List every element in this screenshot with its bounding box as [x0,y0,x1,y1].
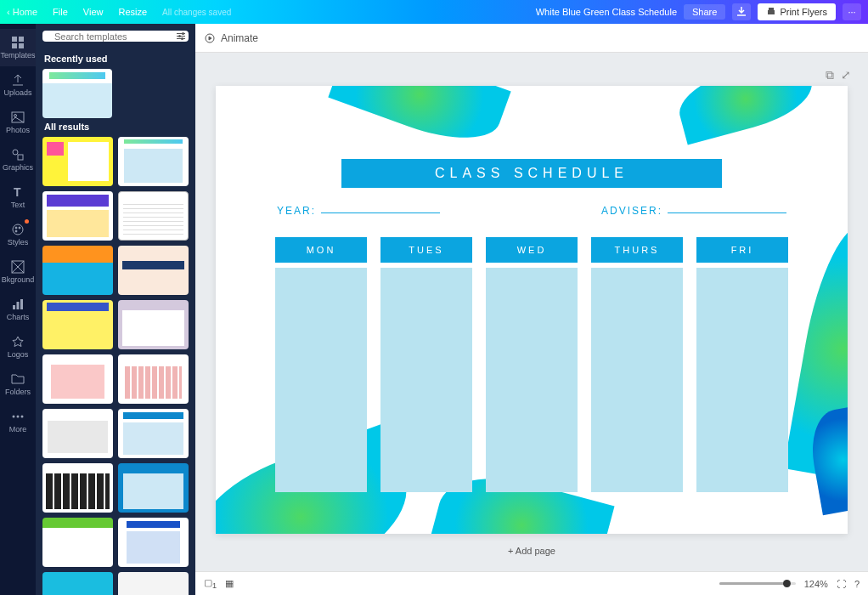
svg-point-21 [21,416,24,418]
svg-point-8 [13,150,18,155]
rail-charts[interactable]: Charts [0,291,36,328]
design-canvas[interactable]: CLASS SCHEDULE YEAR: ADVISER: MON TUES W… [216,86,848,534]
day-body[interactable] [486,268,578,492]
help-icon[interactable]: ? [854,579,860,589]
templates-panel: Recently used All results ◀ [36,24,195,595]
main-area: Animate ⧉ ⤢ CLASS SCHEDULE YEAR: ADVISER… [195,24,868,595]
day-body[interactable] [696,268,788,492]
share-button[interactable]: Share [684,4,725,20]
bottom-bar: ▢1 ▦ 124% ⛶ ? [195,571,868,595]
svg-rect-5 [19,43,24,48]
schedule-title[interactable]: CLASS SCHEDULE [341,159,722,188]
page-count-icon[interactable]: ▢1 [204,577,217,590]
animate-button[interactable]: Animate [204,32,258,44]
days-row: MON TUES WED THURS FRI [275,237,788,492]
template-thumb[interactable] [42,354,113,404]
animate-icon [204,32,216,44]
template-thumb[interactable] [118,191,189,241]
expand-page-icon[interactable]: ⤢ [841,68,851,82]
svg-rect-9 [18,155,23,160]
svg-point-14 [15,230,17,232]
rail-more[interactable]: More [0,403,36,440]
template-thumb[interactable] [118,137,189,186]
svg-rect-0 [768,10,775,14]
svg-text:T: T [14,185,21,199]
svg-rect-3 [19,37,24,42]
rail-styles[interactable]: Styles [0,216,36,253]
search-box[interactable] [42,31,189,42]
svg-rect-18 [20,299,23,309]
adviser-label[interactable]: ADVISER: [601,205,662,217]
svg-point-19 [13,416,15,418]
day-header-wed[interactable]: WED [486,237,578,263]
rail-uploads[interactable]: Uploads [0,66,36,104]
template-thumb[interactable] [42,572,113,595]
year-line[interactable] [321,212,440,213]
day-body[interactable] [380,268,472,492]
canvas-toolbar: Animate [195,24,868,53]
save-status: All changes saved [162,8,231,17]
filter-icon[interactable] [177,33,185,39]
more-menu-button[interactable]: ··· [843,3,861,20]
add-page-button[interactable]: + Add page [508,546,555,556]
download-button[interactable] [732,3,751,20]
zoom-level[interactable]: 124% [804,579,828,589]
grid-view-icon[interactable]: ▦ [225,578,234,589]
day-header-mon[interactable]: MON [275,237,367,263]
template-thumb[interactable] [42,246,113,295]
resize-menu[interactable]: Resize [118,7,147,17]
duplicate-page-icon[interactable]: ⧉ [826,68,834,82]
svg-point-7 [14,115,17,117]
day-body[interactable] [591,268,683,492]
svg-rect-16 [13,305,15,309]
rail-background[interactable]: Bkground [0,253,36,291]
svg-rect-4 [12,43,17,48]
print-flyers-button[interactable]: Print Flyers [758,3,836,20]
template-thumb[interactable] [42,191,113,241]
template-thumb[interactable] [118,463,189,513]
svg-rect-17 [17,302,20,309]
svg-point-12 [15,227,17,229]
rail-templates[interactable]: Templates [0,29,36,66]
rail-logos[interactable]: Logos [0,328,36,366]
template-thumb[interactable] [42,409,113,458]
view-menu[interactable]: View [83,7,104,17]
day-header-thurs[interactable]: THURS [591,237,683,263]
template-thumb[interactable] [118,518,189,567]
rail-text[interactable]: TText [0,178,36,216]
svg-point-20 [17,416,20,418]
download-icon [736,7,747,17]
section-all-results: All results [44,122,189,132]
zoom-slider[interactable] [719,582,796,585]
svg-rect-1 [769,8,774,10]
rail-folders[interactable]: Folders [0,366,36,403]
template-thumb[interactable] [118,246,189,295]
template-thumb[interactable] [42,137,113,186]
document-title[interactable]: White Blue Green Class Schedule [536,7,677,17]
decorative-leaf [673,86,820,145]
file-menu[interactable]: File [53,7,68,17]
template-thumb[interactable] [42,463,113,513]
svg-rect-2 [12,37,17,42]
template-thumb[interactable] [42,300,113,349]
template-thumb[interactable] [118,409,189,458]
home-link[interactable]: ‹ Home [7,7,37,17]
template-thumb[interactable] [118,300,189,349]
print-icon [766,7,776,17]
day-body[interactable] [275,268,367,492]
fullscreen-icon[interactable]: ⛶ [837,579,846,589]
year-label[interactable]: YEAR: [277,205,316,217]
rail-graphics[interactable]: Graphics [0,141,36,178]
search-input[interactable] [54,31,172,42]
template-thumb[interactable] [118,572,189,595]
day-header-fri[interactable]: FRI [696,237,788,263]
template-thumb[interactable] [118,354,189,404]
adviser-line[interactable] [668,212,786,213]
top-menu-bar: ‹ Home File View Resize All changes save… [0,0,868,24]
day-header-tues[interactable]: TUES [380,237,472,263]
decorative-leaf [328,86,510,156]
template-thumb[interactable] [42,518,113,567]
rail-photos[interactable]: Photos [0,104,36,141]
section-recently-used: Recently used [44,54,189,64]
template-thumb[interactable] [42,69,112,118]
